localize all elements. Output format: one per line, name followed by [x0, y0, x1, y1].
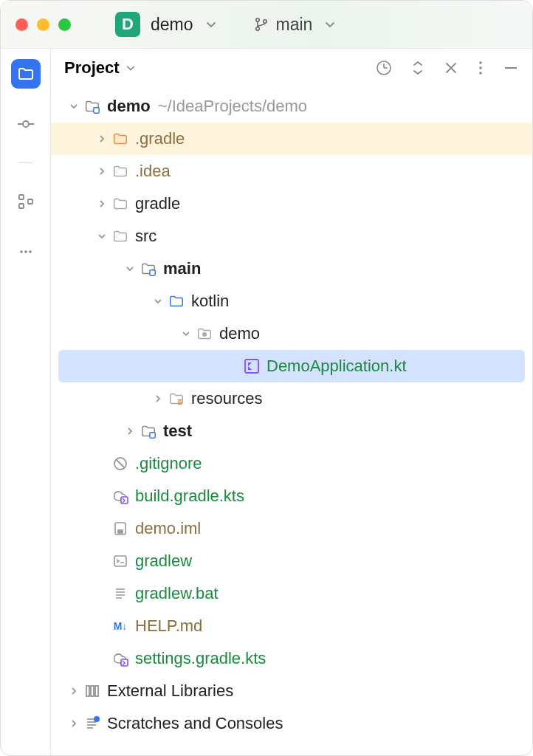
chevron-right-icon[interactable] [66, 719, 82, 728]
gradle-kts-icon [110, 650, 131, 667]
chevron-down-icon[interactable] [122, 264, 138, 273]
tree-label: demo [219, 324, 260, 343]
tree-row-gradle-dot[interactable]: .gradle [51, 123, 532, 155]
chevron-right-icon[interactable] [94, 199, 110, 208]
tree-row-idea[interactable]: .idea [51, 155, 532, 188]
module-folder-icon [82, 98, 103, 114]
project-badge[interactable]: D [115, 12, 140, 37]
tree-label: .gitignore [135, 454, 202, 473]
source-folder-icon [166, 293, 187, 309]
chevron-right-icon[interactable] [66, 687, 82, 695]
library-icon [82, 683, 103, 699]
ignore-file-icon [110, 456, 131, 471]
tree-row-root[interactable]: demo ~/IdeaProjects/demo [51, 90, 532, 123]
svg-point-9 [29, 250, 32, 253]
left-toolstrip [1, 49, 51, 755]
resources-folder-icon [166, 391, 187, 407]
tree-label: Scratches and Consoles [107, 714, 283, 733]
tree-row-external-libraries[interactable]: External Libraries [51, 675, 532, 707]
tree-row-help-md[interactable]: M↓ HELP.md [51, 610, 532, 642]
svg-point-7 [20, 250, 23, 253]
tree-row-main[interactable]: main [51, 252, 532, 285]
tree-row-resources[interactable]: resources [51, 382, 532, 415]
svg-rect-23 [114, 556, 126, 566]
chevron-down-icon[interactable] [66, 102, 82, 111]
project-name[interactable]: demo [151, 15, 193, 35]
panel-title-label: Project [64, 58, 120, 78]
tree-row-demo-iml[interactable]: demo.iml [51, 512, 532, 545]
commit-tool-button[interactable] [11, 109, 41, 139]
svg-point-2 [263, 20, 266, 23]
tree-label: HELP.md [135, 616, 202, 636]
chevron-right-icon[interactable] [94, 167, 110, 176]
tree-label: build.gradle.kts [135, 487, 244, 506]
tree-row-gradlew[interactable]: gradlew [51, 545, 532, 577]
tree-label: resources [191, 389, 263, 408]
titlebar: D demo main [1, 1, 532, 49]
gradle-kts-icon [110, 488, 131, 504]
vcs-branch[interactable]: main [254, 15, 337, 35]
tree-path-label: ~/IdeaProjects/demo [158, 97, 307, 116]
maximize-window-button[interactable] [58, 18, 71, 31]
tree-row-settings-gradle[interactable]: settings.gradle.kts [51, 642, 532, 675]
more-tool-button[interactable] [11, 237, 41, 267]
chevron-down-icon[interactable] [150, 297, 166, 306]
minimize-window-button[interactable] [37, 18, 49, 31]
project-tool-button[interactable] [11, 59, 41, 89]
tree-row-demo-pkg[interactable]: demo [51, 317, 532, 350]
tree-label: src [135, 227, 157, 246]
panel-title[interactable]: Project [64, 58, 136, 78]
svg-rect-26 [91, 686, 94, 696]
expand-collapse-icon[interactable] [411, 60, 424, 76]
tree-label: demo [107, 97, 151, 116]
tree-label: kotlin [191, 292, 229, 311]
chevron-right-icon[interactable] [94, 134, 110, 143]
tree-row-kotlin[interactable]: kotlin [51, 285, 532, 317]
panel-actions [376, 60, 519, 76]
chevron-right-icon[interactable] [122, 427, 138, 436]
tree-row-test[interactable]: test [51, 415, 532, 447]
text-file-icon [110, 586, 131, 601]
excluded-folder-icon [110, 131, 131, 147]
folder-icon [110, 228, 131, 244]
chevron-right-icon[interactable] [150, 394, 166, 403]
project-tree: demo ~/IdeaProjects/demo .gradle .idea g… [51, 87, 532, 743]
kotlin-file-icon [241, 358, 262, 374]
svg-rect-18 [150, 433, 155, 438]
tree-label: gradle [135, 194, 180, 213]
svg-point-1 [255, 27, 258, 30]
tree-row-gitignore[interactable]: .gitignore [51, 447, 532, 480]
svg-rect-27 [95, 686, 98, 696]
folder-icon [110, 196, 131, 212]
svg-rect-22 [118, 530, 123, 533]
structure-tool-button[interactable] [11, 187, 41, 216]
tree-label: .gradle [135, 129, 185, 148]
module-folder-icon [138, 261, 159, 277]
tree-label: gradlew.bat [135, 584, 219, 603]
tree-row-gradlew-bat[interactable]: gradlew.bat [51, 577, 532, 610]
tree-row-scratches[interactable]: Scratches and Consoles [51, 707, 532, 740]
tree-row-gradle[interactable]: gradle [51, 188, 532, 220]
svg-point-16 [203, 333, 207, 337]
window-controls [16, 18, 71, 31]
svg-point-12 [479, 66, 482, 69]
collapse-all-icon[interactable] [444, 61, 458, 75]
tree-label: External Libraries [107, 681, 233, 701]
svg-point-3 [23, 121, 29, 127]
more-options-icon[interactable] [478, 60, 484, 76]
close-window-button[interactable] [16, 18, 28, 31]
hide-panel-icon[interactable] [503, 60, 519, 76]
svg-rect-4 [19, 195, 24, 199]
tree-row-build-gradle[interactable]: build.gradle.kts [51, 480, 532, 512]
select-opened-file-icon[interactable] [376, 60, 392, 76]
project-panel: Project [51, 49, 532, 755]
chevron-down-icon[interactable] [94, 232, 110, 241]
separator [18, 162, 33, 163]
chevron-down-icon[interactable] [205, 18, 217, 30]
shell-file-icon [110, 554, 131, 568]
tree-row-src[interactable]: src [51, 220, 532, 252]
tree-row-demo-application[interactable]: DemoApplication.kt [58, 350, 525, 382]
chevron-down-icon[interactable] [178, 329, 194, 338]
branch-name: main [276, 15, 313, 35]
tree-label: main [163, 259, 201, 278]
